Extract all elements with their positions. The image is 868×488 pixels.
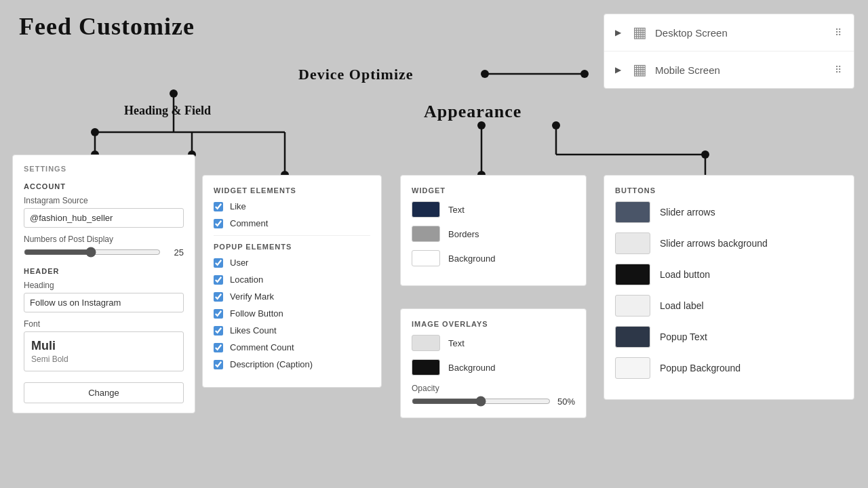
- comment-count-label: Comment Count: [230, 342, 294, 352]
- widget-element-comment[interactable]: Comment: [214, 218, 370, 228]
- widget-borders-label: Borders: [448, 229, 479, 239]
- slider-arrows-bg-label: Slider arrows background: [660, 238, 768, 249]
- desktop-dots-icon[interactable]: ⠿: [835, 27, 843, 38]
- heading-input[interactable]: [24, 293, 184, 312]
- font-label: Font: [24, 319, 184, 329]
- widget-background-label: Background: [448, 253, 495, 264]
- image-overlays-title: IMAGE OVERLAYS: [412, 320, 575, 328]
- popup-bg-label: Popup Background: [660, 363, 741, 373]
- appearance-widget-panel: WIDGET Text Borders Background: [400, 175, 587, 286]
- widget-borders-swatch[interactable]: [412, 226, 440, 242]
- location-label: Location: [230, 274, 263, 285]
- buttons-title: BUTTONS: [615, 186, 843, 195]
- widget-text-label: Text: [448, 205, 465, 215]
- opacity-row: Opacity 50%: [412, 384, 575, 407]
- popup-element-likes-count[interactable]: Likes Count: [214, 325, 370, 336]
- comment-count-checkbox[interactable]: [214, 343, 223, 352]
- mobile-expand-icon: ▶: [615, 65, 626, 75]
- slider-arrows-label: Slider arrows: [660, 207, 715, 218]
- popup-element-user[interactable]: User: [214, 258, 370, 268]
- post-display-label: Numbers of Post Display: [24, 235, 184, 244]
- buttons-panel: BUTTONS Slider arrows Slider arrows back…: [604, 175, 854, 400]
- desktop-monitor-icon: ▦: [633, 24, 647, 41]
- page-title: Feed Customize: [19, 12, 195, 41]
- mobile-screen-item[interactable]: ▶ ▦ Mobile Screen ⠿: [604, 52, 854, 88]
- slider-arrows-row: Slider arrows: [615, 201, 843, 223]
- svg-point-18: [552, 121, 560, 129]
- desktop-screen-label: Desktop Screen: [655, 27, 835, 39]
- device-optimize-label: Device Optimize: [298, 66, 414, 83]
- instagram-source-label: Instagram Source: [24, 196, 184, 205]
- font-box: Muli Semi Bold: [24, 331, 184, 371]
- popup-element-comment-count[interactable]: Comment Count: [214, 342, 370, 352]
- like-label: Like: [230, 201, 246, 211]
- location-checkbox[interactable]: [214, 275, 223, 285]
- popup-elements-title: POPUP ELEMENTS: [214, 243, 370, 251]
- overlay-text-swatch[interactable]: [412, 335, 440, 351]
- overlay-text-label: Text: [448, 338, 465, 348]
- popup-element-follow[interactable]: Follow Button: [214, 308, 370, 319]
- account-section-title: ACCOUNT: [24, 182, 184, 190]
- overlay-background-row: Background: [412, 359, 575, 375]
- load-label-label: Load label: [660, 300, 704, 311]
- desktop-screen-item[interactable]: ▶ ▦ Desktop Screen ⠿: [604, 14, 854, 52]
- opacity-label: Opacity: [412, 384, 575, 393]
- follow-label: Follow Button: [230, 308, 283, 319]
- load-button-row: Load button: [615, 264, 843, 285]
- widget-text-swatch[interactable]: [412, 201, 440, 218]
- svg-point-0: [481, 70, 489, 78]
- slider-arrows-swatch[interactable]: [615, 201, 650, 223]
- overlay-background-swatch[interactable]: [412, 359, 440, 375]
- desktop-expand-icon: ▶: [615, 28, 626, 37]
- divider: [214, 235, 370, 236]
- widget-element-like[interactable]: Like: [214, 201, 370, 211]
- popup-bg-row: Popup Background: [615, 357, 843, 379]
- load-label-swatch[interactable]: [615, 295, 650, 317]
- change-font-button[interactable]: Change: [24, 382, 184, 403]
- load-button-label: Load button: [660, 269, 710, 280]
- font-name: Muli: [31, 339, 176, 353]
- popup-bg-swatch[interactable]: [615, 357, 650, 379]
- instagram-source-input[interactable]: [24, 208, 184, 228]
- overlay-text-row: Text: [412, 335, 575, 351]
- heading-label: Heading: [24, 281, 184, 290]
- post-display-slider[interactable]: [24, 247, 161, 258]
- verify-label: Verify Mark: [230, 291, 274, 302]
- popup-text-swatch[interactable]: [615, 326, 650, 348]
- settings-panel: SETTINGS ACCOUNT Instagram Source Number…: [12, 155, 195, 413]
- popup-element-verify[interactable]: Verify Mark: [214, 291, 370, 302]
- post-display-value: 25: [167, 247, 184, 258]
- description-label: Description (Caption): [230, 359, 313, 369]
- image-overlays-panel: IMAGE OVERLAYS Text Background Opacity 5…: [400, 308, 587, 418]
- follow-checkbox[interactable]: [214, 309, 223, 319]
- svg-point-14: [477, 121, 486, 129]
- opacity-value: 50%: [557, 396, 575, 407]
- verify-checkbox[interactable]: [214, 292, 223, 302]
- opacity-slider[interactable]: [412, 396, 551, 407]
- likes-count-checkbox[interactable]: [214, 326, 223, 336]
- svg-point-3: [170, 89, 178, 98]
- widget-borders-row: Borders: [412, 226, 575, 242]
- user-checkbox[interactable]: [214, 258, 223, 268]
- popup-element-location[interactable]: Location: [214, 274, 370, 285]
- popup-element-description[interactable]: Description (Caption): [214, 359, 370, 369]
- font-style: Semi Bold: [31, 354, 176, 364]
- widget-elements-panel: WIDGET ELEMENTS Like Comment POPUP ELEME…: [202, 175, 382, 388]
- slider-arrows-bg-row: Slider arrows background: [615, 232, 843, 254]
- like-checkbox[interactable]: [214, 202, 223, 211]
- comment-label: Comment: [230, 218, 268, 228]
- load-button-swatch[interactable]: [615, 264, 650, 285]
- mobile-dots-icon[interactable]: ⠿: [835, 64, 843, 75]
- widget-background-swatch[interactable]: [412, 250, 440, 266]
- appearance-label: Appearance: [424, 102, 521, 122]
- svg-point-2: [580, 70, 589, 78]
- description-checkbox[interactable]: [214, 360, 223, 369]
- widget-appearance-title: WIDGET: [412, 186, 575, 195]
- comment-checkbox[interactable]: [214, 219, 223, 228]
- user-label: User: [230, 258, 248, 268]
- screen-panel: ▶ ▦ Desktop Screen ⠿ ▶ ▦ Mobile Screen ⠿: [604, 14, 854, 89]
- mobile-screen-label: Mobile Screen: [655, 64, 835, 76]
- slider-arrows-bg-swatch[interactable]: [615, 232, 650, 254]
- settings-title: SETTINGS: [24, 165, 184, 173]
- svg-point-19: [701, 150, 709, 159]
